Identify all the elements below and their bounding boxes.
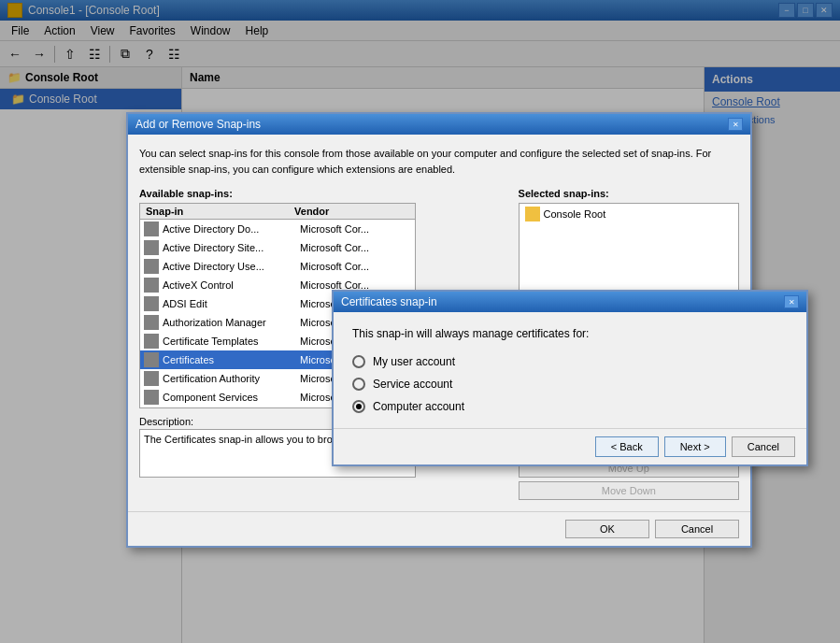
dialog-snapin-footer: OK Cancel bbox=[128, 511, 750, 546]
radio-service[interactable]: Service account bbox=[352, 378, 788, 391]
snap-in-icon bbox=[144, 371, 159, 386]
dialog-snapin-description: You can select snap-ins for this console… bbox=[139, 146, 739, 177]
snap-in-icon bbox=[144, 296, 159, 311]
snap-in-icon bbox=[144, 334, 159, 349]
snap-in-icon bbox=[144, 278, 159, 293]
snap-in-icon bbox=[144, 259, 159, 274]
radio-computer-circle[interactable] bbox=[352, 400, 365, 413]
move-down-button[interactable]: Move Down bbox=[519, 481, 739, 500]
dialog-cert: Certificates snap-in ✕ This snap-in will… bbox=[332, 290, 808, 466]
dialog-snapin-title: Add or Remove Snap-ins bbox=[135, 118, 261, 131]
dialog-snapin-titlebar: Add or Remove Snap-ins ✕ bbox=[128, 114, 750, 135]
snap-in-icon bbox=[144, 315, 159, 330]
available-label: Available snap-ins: bbox=[139, 188, 416, 199]
radio-computer[interactable]: Computer account bbox=[352, 400, 788, 413]
next-button[interactable]: Next > bbox=[664, 436, 726, 457]
list-item[interactable]: Active Directory Do... Microsoft Cor... bbox=[140, 220, 415, 238]
list-item[interactable]: Active Directory Site... Microsoft Cor..… bbox=[140, 238, 415, 257]
radio-service-circle[interactable] bbox=[352, 378, 365, 391]
back-button[interactable]: < Back bbox=[595, 436, 659, 457]
snap-in-icon bbox=[144, 390, 159, 405]
cert-footer: < Back Next > Cancel bbox=[334, 428, 806, 464]
selected-item-icon bbox=[525, 207, 540, 221]
list-item[interactable]: Active Directory Use... Microsoft Cor... bbox=[140, 257, 415, 276]
snap-in-icon bbox=[144, 221, 159, 236]
cert-prompt: This snap-in will always manage certific… bbox=[352, 327, 788, 340]
radio-computer-label: Computer account bbox=[373, 400, 464, 413]
selected-item-label: Console Root bbox=[544, 208, 606, 220]
dialog-cert-controls: ✕ bbox=[784, 295, 799, 308]
dialog-cert-close[interactable]: ✕ bbox=[784, 295, 799, 308]
selected-item-console-root[interactable]: Console Root bbox=[520, 204, 738, 224]
radio-my-user-circle[interactable] bbox=[352, 355, 365, 368]
radio-my-user[interactable]: My user account bbox=[352, 355, 788, 368]
radio-service-label: Service account bbox=[373, 378, 452, 391]
dialog-snapin-controls: ✕ bbox=[728, 118, 743, 131]
cert-content: This snap-in will always manage certific… bbox=[334, 312, 806, 428]
radio-my-user-label: My user account bbox=[373, 355, 455, 368]
col-snap-in: Snap-in bbox=[140, 204, 289, 219]
dialog-cert-title: Certificates snap-in bbox=[341, 295, 437, 308]
list-header: Snap-in Vendor bbox=[140, 204, 415, 220]
dialog-snapin-close[interactable]: ✕ bbox=[728, 118, 743, 131]
cancel-button[interactable]: Cancel bbox=[732, 436, 795, 457]
snap-in-icon bbox=[144, 352, 159, 367]
col-vendor: Vendor bbox=[289, 204, 415, 219]
dialog-cert-titlebar: Certificates snap-in ✕ bbox=[334, 292, 806, 312]
snapin-cancel-button[interactable]: Cancel bbox=[655, 520, 739, 538]
cert-radio-group: My user account Service account Computer… bbox=[352, 355, 788, 413]
snap-in-icon bbox=[144, 240, 159, 255]
selected-label: Selected snap-ins: bbox=[519, 188, 739, 199]
snapin-ok-button[interactable]: OK bbox=[565, 520, 649, 538]
